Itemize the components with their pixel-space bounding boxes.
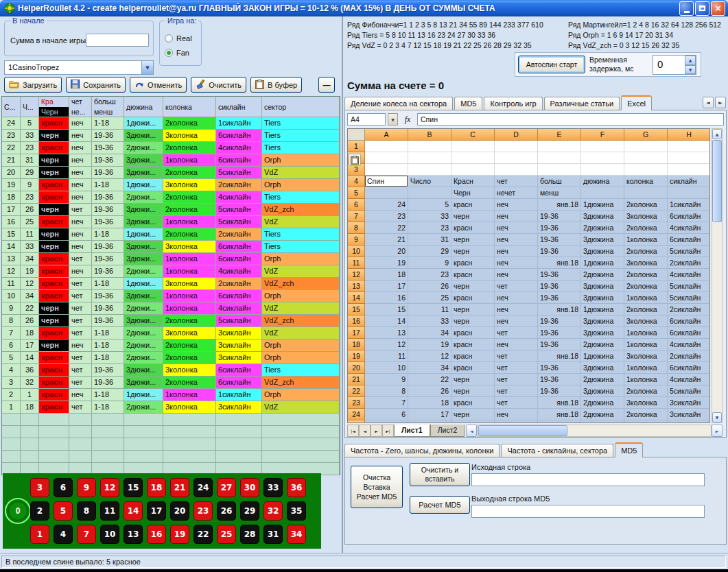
cell-A1[interactable]: [365, 141, 408, 152]
cell-A5[interactable]: [365, 187, 408, 199]
load-button[interactable]: Загрузить: [4, 77, 62, 93]
row-header-11[interactable]: 11: [348, 257, 365, 269]
board-number-2[interactable]: 2: [30, 501, 49, 521]
cell-B17[interactable]: 34: [408, 327, 451, 339]
cell-E9[interactable]: 19-36: [538, 234, 581, 246]
row-header-12[interactable]: 12: [348, 269, 365, 281]
cell-E21[interactable]: 19-36: [538, 374, 581, 385]
chevron-down-icon[interactable]: ▼: [141, 61, 153, 74]
board-number-23[interactable]: 23: [193, 501, 213, 521]
cell-H7[interactable]: 6сиклайн: [668, 211, 710, 222]
cell-C23[interactable]: красн: [451, 397, 495, 409]
cell-F13[interactable]: 3дюжина: [581, 281, 624, 292]
excel-vertical-scrollbar[interactable]: ▲ ▼: [712, 128, 723, 423]
cell-C21[interactable]: черн: [451, 374, 495, 385]
cell-C15[interactable]: черн: [451, 304, 495, 315]
board-number-30[interactable]: 30: [240, 478, 259, 497]
scrollbar-track[interactable]: [477, 425, 712, 437]
cell-C6[interactable]: красн: [451, 199, 495, 211]
scroll-down-icon[interactable]: ▼: [712, 412, 722, 422]
cell-H22[interactable]: 5сиклайн: [668, 385, 710, 397]
cell-D11[interactable]: неч: [495, 257, 538, 269]
board-number-20[interactable]: 20: [170, 501, 189, 521]
cell-E5[interactable]: менш: [538, 187, 581, 199]
cell-D24[interactable]: неч: [495, 409, 538, 420]
cell-E11[interactable]: янв.18: [538, 257, 581, 269]
cell-H15[interactable]: 2сиклайн: [668, 304, 710, 315]
row-header-25[interactable]: 25: [348, 420, 365, 423]
cell-A9[interactable]: 21: [365, 234, 408, 246]
cell-C19[interactable]: красн: [451, 350, 495, 362]
cell-F18[interactable]: 2дюжина: [581, 339, 624, 350]
board-number-24[interactable]: 24: [193, 478, 213, 497]
cell-D2[interactable]: [495, 152, 538, 164]
cell-D22[interactable]: чет: [495, 385, 538, 397]
cell-B20[interactable]: 34: [408, 362, 451, 374]
sheet-last-icon[interactable]: ►|: [382, 425, 394, 437]
cell-G2[interactable]: [624, 152, 668, 164]
cell-D13[interactable]: чет: [495, 281, 538, 292]
cell-D14[interactable]: неч: [495, 292, 538, 304]
scroll-right-icon[interactable]: ►: [712, 425, 723, 437]
tab-scroll-left-icon[interactable]: ◄: [703, 97, 714, 108]
cell-C9[interactable]: черн: [451, 234, 495, 246]
board-number-18[interactable]: 18: [147, 478, 166, 497]
cell-E12[interactable]: 19-36: [538, 269, 581, 281]
cell-B23[interactable]: 18: [408, 397, 451, 409]
board-number-10[interactable]: 10: [100, 525, 119, 544]
cell-E25[interactable]: янв.18: [538, 420, 581, 423]
cell-D17[interactable]: чет: [495, 327, 538, 339]
select-all-corner[interactable]: [348, 129, 365, 141]
cell-G11[interactable]: 3колонка: [624, 257, 668, 269]
cell-G13[interactable]: 2колонка: [624, 281, 668, 292]
cell-A22[interactable]: 8: [365, 385, 408, 397]
board-number-6[interactable]: 6: [54, 478, 73, 497]
cell-E24[interactable]: янв.18: [538, 409, 581, 420]
clear-paste-calc-button[interactable]: Очистка Вставка Расчет MD5: [351, 466, 403, 508]
cell-B19[interactable]: 12: [408, 350, 451, 362]
cell-F24[interactable]: 2дюжина: [581, 409, 624, 420]
cell-F3[interactable]: [581, 164, 624, 176]
row-header-23[interactable]: 23: [348, 397, 365, 409]
cell-A3[interactable]: [365, 164, 408, 176]
cell-A15[interactable]: 15: [365, 304, 408, 315]
cell-F7[interactable]: 3дюжина: [581, 211, 624, 222]
row-header-10[interactable]: 10: [348, 246, 365, 257]
cell-B4[interactable]: Число: [408, 176, 451, 187]
board-number-16[interactable]: 16: [147, 525, 166, 544]
cell-F15[interactable]: 1дюжина: [581, 304, 624, 315]
cell-D20[interactable]: чет: [495, 362, 538, 374]
cell-H3[interactable]: [668, 164, 710, 176]
cell-D9[interactable]: неч: [495, 234, 538, 246]
cell-E16[interactable]: 19-36: [538, 315, 581, 327]
board-number-26[interactable]: 26: [217, 501, 236, 521]
cell-E7[interactable]: 19-36: [538, 211, 581, 222]
cell-F20[interactable]: 3дюжина: [581, 362, 624, 374]
cell-G21[interactable]: 1колонка: [624, 374, 668, 385]
cell-E17[interactable]: 19-36: [538, 327, 581, 339]
cell-B15[interactable]: 11: [408, 304, 451, 315]
cell-F14[interactable]: 3дюжина: [581, 292, 624, 304]
cell-F12[interactable]: 2дюжина: [581, 269, 624, 281]
cell-B8[interactable]: 23: [408, 222, 451, 234]
cell-B11[interactable]: 9: [408, 257, 451, 269]
tab-articles[interactable]: Различные статьи: [544, 97, 620, 110]
cell-F5[interactable]: [581, 187, 624, 199]
source-string-input[interactable]: [471, 473, 705, 486]
save-button[interactable]: Сохранить: [66, 77, 126, 93]
cell-G15[interactable]: 2колонка: [624, 304, 668, 315]
cell-H18[interactable]: 4сиклайн: [668, 339, 710, 350]
cell-F19[interactable]: 1дюжина: [581, 350, 624, 362]
cell-B25[interactable]: 14: [408, 420, 451, 423]
cell-G1[interactable]: [624, 141, 668, 152]
cell-G7[interactable]: 3колонка: [624, 211, 668, 222]
cell-C24[interactable]: черн: [451, 409, 495, 420]
cell-B16[interactable]: 33: [408, 315, 451, 327]
formula-input[interactable]: Спин: [417, 113, 724, 126]
casino-dropdown[interactable]: 1CasinoTropez ▼: [4, 60, 154, 75]
cell-B24[interactable]: 17: [408, 409, 451, 420]
row-header-20[interactable]: 20: [348, 362, 365, 374]
cell-B21[interactable]: 22: [408, 374, 451, 385]
board-number-33[interactable]: 33: [263, 478, 283, 497]
cell-G18[interactable]: 1колонка: [624, 339, 668, 350]
